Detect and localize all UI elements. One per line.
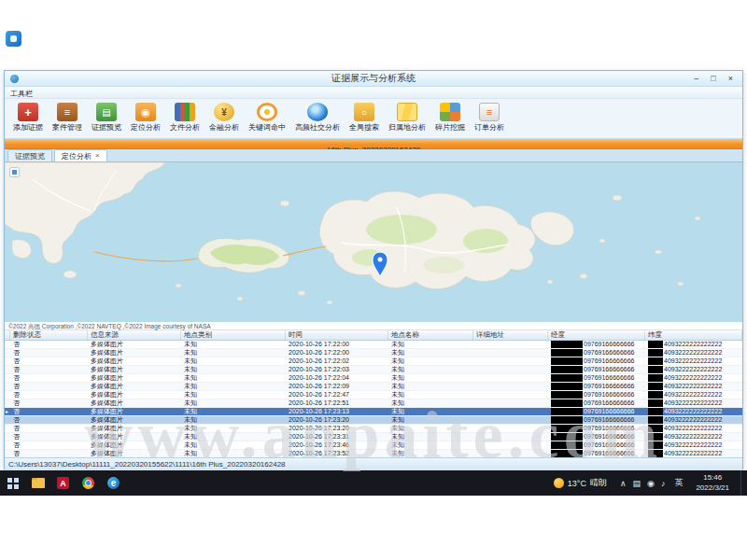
toolbar-button-label: 文件分析 [170,122,200,133]
cell-source: 多媒体图片 [88,416,181,424]
column-header[interactable]: 详细地址 [473,330,548,340]
clock[interactable]: 15:46 2022/3/21 [696,473,729,493]
toolbar-button-label: 关键词命中 [248,122,286,133]
cell-time: 2020-10-26 17:23:13 [286,408,388,415]
column-header[interactable]: 地点类别 [181,330,286,340]
redaction-box [551,450,583,457]
cell-latitude: 4093222222222222 [645,441,742,449]
column-header[interactable]: 信息来源 [88,330,181,340]
column-header[interactable]: 时间 [286,330,388,340]
clock-time: 15:46 [696,473,729,483]
redaction-box [648,433,663,441]
cell-address [473,408,548,415]
cell-name: 未知 [388,383,473,390]
language-indicator[interactable]: 英 [674,477,683,489]
table-row[interactable]: 否多媒体图片未知2020-10-26 17:22:04未知09769166666… [5,374,742,383]
table-row[interactable]: 否多媒体图片未知2020-10-26 17:23:20未知09769166666… [5,416,742,425]
toolbar-button-attribution-analysis[interactable]: 归属地分析 [384,102,430,133]
window-controls: – □ × [694,72,742,86]
table-row[interactable]: 否多媒体图片未知2020-10-26 17:23:20未知09769166666… [5,425,742,433]
cell-name: 未知 [388,374,473,382]
toolbar-button-label: 碎片挖掘 [435,122,465,133]
status-path: C:\Users\13037\Desktop\11111_20220320155… [5,458,742,470]
redaction-box [648,416,663,424]
column-header[interactable]: 纬度 [645,330,742,340]
tab-evidence-preview[interactable]: 证据预览 [7,149,52,161]
show-desktop-button[interactable] [740,470,745,496]
map[interactable] [5,162,742,322]
redaction-box [551,383,583,390]
redaction-box [551,441,583,449]
toolbar-button-global-search[interactable]: 全局搜索 [345,102,384,133]
cell-source: 多媒体图片 [88,349,181,357]
redaction-box [648,383,663,390]
toolbar-button-add-evidence[interactable]: 添加证据 [8,102,48,133]
desktop-shortcut-icon[interactable] [6,31,21,47]
toolbar-button-keyword-hit[interactable]: 关键词命中 [244,102,290,133]
toolbar-button-social-frequency-analysis[interactable]: 高频社交分析 [290,102,345,133]
titlebar[interactable]: 证据展示与分析系统 – □ × [5,71,742,87]
table-row[interactable]: 否多媒体图片未知2020-10-26 17:22:47未知09769166666… [5,391,742,399]
weather-widget[interactable]: 13°C 晴朗 [554,477,607,489]
toolbar-button-evidence-preview[interactable]: 证据预览 [87,102,126,133]
cell-address [473,441,548,449]
toolbar-button-file-analysis[interactable]: 文件分析 [165,102,204,133]
table-row[interactable]: 否多媒体图片未知2020-10-26 17:22:03未知09769166666… [5,366,742,374]
toolbar-button-finance-analysis[interactable]: 金融分析 [204,102,244,133]
column-header[interactable]: 删除状态 [10,330,88,340]
column-header[interactable]: 经度 [548,330,645,340]
acrobat-icon[interactable] [50,470,76,496]
minimize-button[interactable]: – [694,72,698,86]
clock-date: 2022/3/21 [696,483,729,493]
redaction-box [551,425,583,432]
table-row[interactable]: 否多媒体图片未知2020-10-26 17:23:52未知09769166666… [5,450,742,457]
cell-category: 未知 [181,433,286,441]
close-button[interactable]: × [728,72,733,86]
redaction-box [551,341,583,348]
table-row[interactable]: 否多媒体图片未知2020-10-26 17:22:09未知09769166666… [5,383,742,391]
redaction-box [551,399,583,407]
cell-address [473,341,548,348]
cell-address [473,450,548,457]
tab-close-icon[interactable]: × [95,152,100,160]
table-row[interactable]: 否多媒体图片未知2020-10-26 17:22:00未知09769166666… [5,349,742,357]
volume-icon[interactable]: ♪ [661,479,666,488]
column-header[interactable]: 地点名称 [388,330,473,340]
table-row[interactable]: 否多媒体图片未知2020-10-26 17:22:02未知09769166666… [5,357,742,366]
toolbar-button-label: 案件管理 [52,122,82,133]
toolbar-button-fragment-mining[interactable]: 碎片挖掘 [430,102,470,133]
cell-latitude: 4093222222222222 [645,341,742,348]
start-button[interactable] [0,470,25,496]
table-row[interactable]: 否多媒体图片未知2020-10-26 17:22:51未知09769166666… [5,399,742,408]
cell-address [473,383,548,390]
toolbar-button-label: 订单分析 [474,122,504,133]
edge-icon[interactable] [101,470,126,496]
file-explorer-icon[interactable] [25,470,50,496]
hidden-icons-chevron[interactable]: ∧ [620,479,627,488]
map-layers-control[interactable] [9,167,20,177]
onedrive-icon[interactable]: ▤ [633,479,641,488]
redaction-box [551,374,583,382]
file-analysis-icon [175,103,195,121]
weather-desc: 晴朗 [590,477,607,489]
table-row[interactable]: 否多媒体图片未知2020-10-26 17:22:00未知09769166666… [5,341,742,349]
network-icon[interactable]: ◉ [647,479,655,488]
toolbar-button-location-analysis[interactable]: 定位分析 [126,102,165,133]
chrome-icon[interactable] [76,470,101,496]
table-row[interactable]: 否多媒体图片未知2020-10-26 17:23:46未知09769166666… [5,441,742,450]
toolbar-button-case-management[interactable]: 案件管理 [48,102,87,133]
tab-location-analysis[interactable]: 定位分析× [54,149,107,161]
redaction-box [551,408,583,415]
cell-time: 2020-10-26 17:22:00 [286,341,388,348]
cell-address [473,399,548,407]
toolbar-button-order-analysis[interactable]: 订单分析 [470,102,509,133]
cell-source: 多媒体图片 [88,408,181,415]
cell-name: 未知 [388,341,473,348]
case-bar[interactable]: 16th Plus_20220320162428 [5,139,742,149]
table-row[interactable]: ▸否多媒体图片未知2020-10-26 17:23:13未知0976916666… [5,408,742,416]
redaction-box [648,425,663,432]
maximize-button[interactable]: □ [711,72,715,86]
table-row[interactable]: 否多媒体图片未知2020-10-26 17:23:31未知09769166666… [5,433,742,441]
cell-longitude: 09769166666666 [548,399,645,407]
taskbar-tray-area: 13°C 晴朗 ∧▤◉♪ 英 15:46 2022/3/21 [554,470,747,496]
